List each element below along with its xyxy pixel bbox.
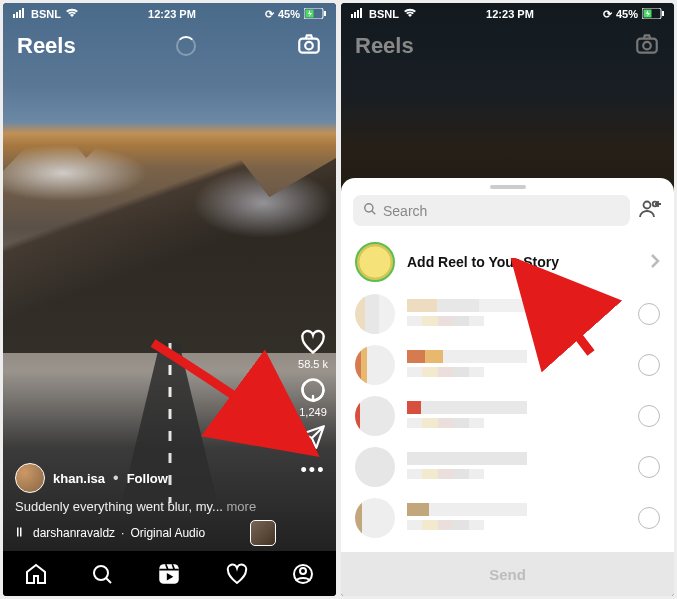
add-to-story-row[interactable]: Add Reel to Your Story [341,236,674,294]
battery-icon [642,8,664,21]
svg-rect-2 [19,10,21,18]
music-icon [15,526,27,541]
list-item[interactable] [355,498,660,538]
battery-icon [304,8,326,21]
carrier-label: BSNL [369,8,399,20]
caption[interactable]: Suddenly everything went blur, my... mor… [15,499,276,514]
add-to-story-label: Add Reel to Your Story [407,254,638,270]
wifi-icon [65,8,79,20]
svg-point-8 [305,42,313,50]
share-button[interactable] [300,424,326,450]
audio-row[interactable]: darshanravaldz · Original Audio [15,526,205,541]
more-button[interactable]: ••• [301,456,326,481]
follow-button[interactable]: Follow [127,471,168,486]
svg-rect-3 [22,8,24,18]
radio-select[interactable] [638,456,660,478]
radio-select[interactable] [638,303,660,325]
share-sheet: Search Add Reel to Your Story Send [341,178,674,596]
battery-label: 45% [616,8,638,20]
camera-icon[interactable] [296,31,322,61]
search-placeholder: Search [383,203,427,219]
svg-point-24 [643,42,651,50]
reel-actions: 58.5 k 1,249 ••• [298,328,328,481]
contact-list [341,294,674,552]
svg-point-15 [300,568,306,574]
radio-select[interactable] [638,354,660,376]
story-avatar [355,242,395,282]
reels-header: Reels [341,31,674,61]
sheet-grabber[interactable] [490,185,526,189]
phone-right: BSNL 12:23 PM ⟳ 45% Reels Sea [341,3,674,596]
audio-label: Original Audio [130,526,205,540]
list-item[interactable] [355,396,660,436]
username-label[interactable]: khan.isa [53,471,105,486]
svg-point-25 [365,204,373,212]
user-row[interactable]: khan.isa • Follow [15,463,276,493]
svg-rect-23 [637,39,657,53]
signal-icon [351,8,365,20]
battery-label: 45% [278,8,300,20]
tab-bar [3,550,336,596]
tab-profile[interactable] [291,562,315,586]
search-icon [363,202,377,219]
svg-rect-22 [662,11,664,16]
wifi-icon [403,8,417,20]
camera-icon [634,31,660,61]
svg-rect-16 [351,14,353,18]
clock-label: 12:23 PM [486,8,534,20]
comment-count: 1,249 [299,406,327,418]
status-bar: BSNL 12:23 PM ⟳ 45% [3,3,336,25]
phone-left: BSNL 12:23 PM ⟳ 45% Reels 58.5 k 1,249 [3,3,336,596]
radio-select[interactable] [638,507,660,529]
tab-search[interactable] [90,562,114,586]
tab-reels[interactable] [156,561,182,587]
svg-point-26 [644,201,651,208]
list-item[interactable] [355,447,660,487]
svg-rect-6 [324,11,326,16]
audio-username: darshanravaldz [33,526,115,540]
list-item[interactable] [355,345,660,385]
more-link[interactable]: more [227,499,257,514]
chevron-right-icon [650,251,660,274]
radio-select[interactable] [638,405,660,427]
tab-home[interactable] [24,562,48,586]
carrier-label: BSNL [31,8,61,20]
svg-point-12 [94,566,108,580]
status-bar: BSNL 12:23 PM ⟳ 45% [341,3,674,25]
svg-rect-10 [17,527,19,536]
signal-icon [13,8,27,20]
svg-rect-13 [160,564,180,584]
page-title: Reels [17,33,76,59]
svg-rect-17 [354,12,356,18]
list-item[interactable] [355,294,660,334]
svg-rect-18 [357,10,359,18]
tab-activity[interactable] [225,562,249,586]
loading-spinner-icon [176,36,196,56]
audio-thumbnail[interactable] [250,520,276,546]
svg-rect-7 [299,39,319,53]
svg-rect-11 [20,527,22,536]
avatar[interactable] [15,463,45,493]
comment-button[interactable]: 1,249 [299,376,327,418]
svg-rect-1 [16,12,18,18]
like-button[interactable]: 58.5 k [298,328,328,370]
search-input[interactable]: Search [353,195,630,226]
svg-rect-0 [13,14,15,18]
send-button[interactable]: Send [341,552,674,596]
reels-header: Reels [3,31,336,61]
svg-rect-19 [360,8,362,18]
clock-label: 12:23 PM [148,8,196,20]
page-title: Reels [355,33,414,59]
like-count: 58.5 k [298,358,328,370]
add-people-icon[interactable] [638,197,662,225]
